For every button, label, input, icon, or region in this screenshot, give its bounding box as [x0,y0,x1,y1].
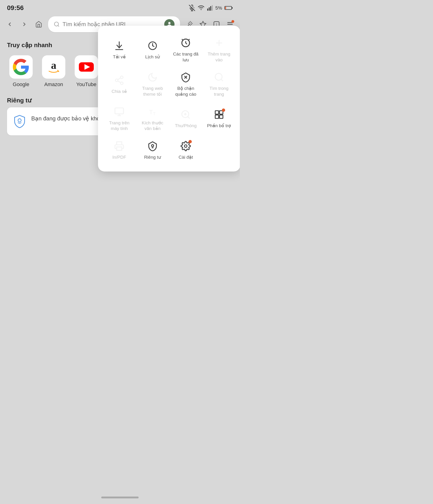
svg-line-57 [188,117,190,118]
menu-label-privacy: Riêng tư [144,154,161,160]
menu-item-saved[interactable]: Các trang đã lưu [169,33,202,67]
extensions-badge [222,108,225,112]
menu-label-download: Tải về [113,54,126,60]
svg-point-49 [215,73,222,80]
svg-line-11 [58,26,59,27]
svg-point-66 [185,145,187,147]
svg-rect-5 [210,6,211,11]
history-icon [146,40,159,52]
menu-empty-slot [202,136,236,164]
status-bar: 09:56 5% [0,0,240,14]
extensions-icon [213,108,225,121]
menu-item-privacy[interactable]: Riêng tư [136,136,169,164]
menu-item-text-size[interactable]: T T Kích thước văn bản [136,101,169,136]
menu-item-ad-block[interactable]: Bộ chặn quảng cáo [169,67,202,101]
download-icon [113,40,125,52]
google-label: Google [13,81,29,88]
svg-rect-64 [117,147,122,151]
shield-privacy-icon [13,114,27,128]
svg-text:T: T [153,111,156,116]
back-button[interactable] [5,19,15,29]
menu-label-settings: Cài đặt [179,154,193,160]
menu-label-history: Lịch sử [145,54,160,60]
svg-point-10 [54,22,58,26]
forward-button[interactable] [19,19,29,29]
print-icon [113,140,125,152]
text-size-icon: T T [146,106,159,118]
menu-item-history[interactable]: Lịch sử [136,33,169,67]
home-button[interactable] [34,19,44,29]
svg-rect-8 [232,7,233,9]
ad-block-icon [180,71,192,83]
svg-point-33 [18,119,21,122]
wifi-icon [198,5,205,11]
desktop-icon [113,106,125,118]
menu-label-print: In/PDF [112,154,126,160]
youtube-label: YouTube [76,81,96,88]
svg-rect-62 [215,115,219,118]
svg-line-46 [118,78,121,80]
menu-grid: Tải về Lịch sử [103,33,236,164]
svg-line-45 [118,81,121,82]
menu-item-zoom[interactable]: Thu/Phóng [169,101,202,136]
menu-label-find: Tìm trong trang [205,86,234,97]
menu-label-ad-block: Bộ chặn quảng cáo [171,86,200,97]
menu-label-extensions: Phần bổ trợ [207,123,231,129]
svg-point-65 [151,145,153,147]
settings-icon [180,140,192,152]
menu-item-download[interactable]: Tải về [103,33,136,67]
shortcut-amazon[interactable]: a Amazon [40,55,68,88]
youtube-icon-wrap [75,55,98,79]
svg-rect-4 [209,7,210,10]
menu-item-extensions[interactable]: Phần bổ trợ [202,101,236,136]
dropdown-menu: Tải về Lịch sử [98,26,240,171]
svg-point-12 [168,22,171,24]
menu-label-desktop: Trang trên máy tính [105,120,134,132]
menu-item-dark-theme[interactable]: Trang web theme tối [136,67,169,101]
menu-label-text-size: Kích thước văn bản [138,120,167,132]
settings-badge [189,140,192,143]
menu-badge-dot [231,20,234,23]
search-icon [54,21,60,27]
menu-item-print[interactable]: In/PDF [103,136,136,164]
saved-pages-icon [180,37,192,49]
svg-point-42 [121,76,123,78]
menu-label-saved: Các trang đã lưu [171,51,200,63]
svg-text:T: T [149,109,153,116]
svg-text:a: a [51,60,56,71]
svg-point-44 [121,82,123,84]
privacy-icon [146,140,159,152]
svg-point-43 [116,79,118,81]
bottom-handle [101,496,139,498]
menu-item-add-page[interactable]: Thêm trang vào [202,33,236,67]
menu-item-share[interactable]: Chia sẻ [103,67,136,101]
battery-icon [225,6,233,10]
svg-rect-51 [115,108,124,114]
find-icon [213,71,225,83]
menu-item-settings[interactable]: Cài đặt [169,136,202,164]
menu-label-share: Chia sẻ [111,89,127,94]
google-icon-wrap [9,55,33,79]
shortcut-google[interactable]: Google [7,55,35,88]
battery-text: 5% [215,5,222,11]
menu-label-add-page: Thêm trang vào [205,51,234,63]
menu-label-dark-theme: Trang web theme tối [138,86,167,97]
menu-item-desktop[interactable]: Trang trên máy tính [103,101,136,136]
status-time: 09:56 [7,4,24,12]
amazon-icon-wrap: a [42,55,65,79]
menu-item-find[interactable]: Tìm trong trang [202,67,236,101]
svg-line-50 [221,79,223,81]
signal-icon [207,5,213,11]
svg-rect-60 [215,111,219,114]
mute-icon [189,5,195,11]
dark-theme-icon [146,71,159,83]
amazon-label: Amazon [44,81,63,88]
menu-label-zoom: Thu/Phóng [175,123,197,129]
add-page-icon [213,37,225,49]
status-icons: 5% [189,5,233,11]
shortcut-youtube[interactable]: YouTube [72,55,100,88]
svg-rect-6 [212,5,213,10]
svg-rect-3 [207,9,208,11]
svg-rect-63 [219,115,223,118]
svg-rect-9 [225,7,226,9]
